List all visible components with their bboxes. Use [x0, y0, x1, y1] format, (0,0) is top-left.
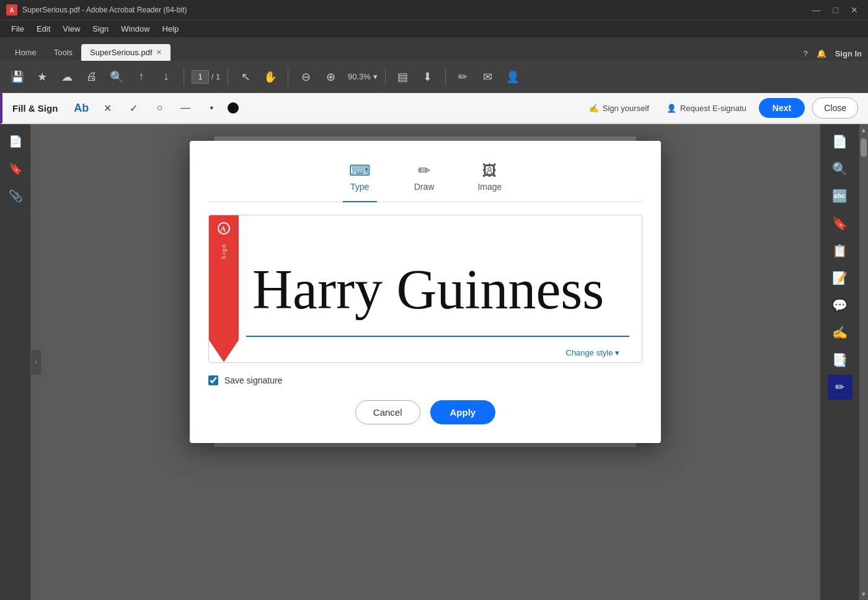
zoom-out-icon[interactable]: ⊖: [296, 67, 316, 87]
prev-page-icon[interactable]: ↓: [156, 67, 176, 87]
fill-sign-label: Fill & Sign: [12, 103, 58, 114]
rp-icon-7[interactable]: 💬: [828, 293, 852, 318]
sign-in-button[interactable]: Sign In: [835, 49, 862, 58]
toolbar-separator-2: [228, 68, 228, 86]
sidebar-collapse-button[interactable]: ‹: [31, 350, 41, 375]
maximize-button[interactable]: □: [830, 4, 842, 16]
cross-tool[interactable]: ✕: [97, 98, 117, 118]
cancel-button[interactable]: Cancel: [355, 400, 420, 424]
minimize-button[interactable]: —: [808, 4, 825, 16]
title-bar: A SuperSerious.pdf - Adobe Acrobat Reade…: [0, 0, 868, 20]
rp-icon-3[interactable]: 🔤: [828, 184, 852, 208]
request-esig-button[interactable]: 👤 Request E-signatu: [662, 101, 751, 115]
toolbar-separator-4: [385, 68, 386, 86]
tab-pdf[interactable]: SuperSerious.pdf ✕: [81, 44, 170, 61]
rp-icon-4[interactable]: 🔖: [828, 211, 852, 236]
window-controls[interactable]: — □ ✕: [808, 4, 862, 16]
close-button[interactable]: Close: [812, 97, 858, 119]
fill-sign-actions: ✍ Sign yourself 👤 Request E-signatu Next…: [584, 97, 858, 119]
upload-icon[interactable]: ☁: [57, 67, 77, 87]
window-title: SuperSerious.pdf - Adobe Acrobat Reader …: [22, 6, 808, 14]
sign-yourself-label: Sign yourself: [603, 104, 649, 113]
save-signature-row: Save signature: [208, 375, 642, 385]
toolbar: 💾 ★ ☁ 🖨 🔍 ↑ ↓ / 1 ↖ ✋ ⊖ ⊕ 90.3% ▾ ▤ ⬇ ✏ …: [0, 61, 868, 93]
acrobat-logo: A: [217, 222, 231, 238]
page-number-input[interactable]: [192, 70, 209, 84]
check-tool[interactable]: ✓: [123, 98, 143, 118]
mail-icon[interactable]: ✉: [478, 67, 498, 87]
signature-handwriting: Harry Guinness: [246, 228, 629, 333]
sidebar-pages-icon[interactable]: 📄: [4, 130, 27, 153]
zoom-value: 90.3%: [348, 72, 371, 81]
right-panel: 📄 🔍 🔤 🔖 📋 📝 💬 ✍ 📑 ✏: [820, 124, 859, 600]
tab-bar: Home Tools SuperSerious.pdf ✕ ? 🔔 Sign I…: [0, 37, 868, 61]
scroll-up-button[interactable]: ▲: [858, 124, 868, 136]
toolbar-separator: [184, 68, 184, 86]
menu-file[interactable]: File: [6, 22, 29, 35]
signature-modal: ⌨ Type ✏ Draw 🖼 Image: [190, 141, 661, 443]
sign-yourself-icon: ✍: [589, 104, 599, 113]
rp-icon-8[interactable]: ✍: [828, 320, 852, 345]
cursor-icon[interactable]: ↖: [236, 67, 255, 87]
next-button[interactable]: Next: [759, 98, 805, 118]
change-style-button[interactable]: Change style ▾: [246, 343, 629, 362]
tab-home[interactable]: Home: [6, 44, 45, 61]
rp-icon-1[interactable]: 📄: [828, 129, 852, 154]
tab-image[interactable]: 🖼 Image: [471, 159, 508, 194]
menu-bar: File Edit View Sign Window Help: [0, 20, 868, 37]
color-circle[interactable]: [228, 102, 239, 114]
sidebar-bookmark-icon[interactable]: 🔖: [4, 158, 27, 180]
menu-window[interactable]: Window: [116, 22, 154, 35]
sidebar-attachment-icon[interactable]: 📎: [4, 185, 27, 207]
line-tool[interactable]: —: [175, 98, 195, 118]
rp-icon-9[interactable]: 📑: [828, 347, 852, 372]
download-icon[interactable]: ⬇: [418, 67, 438, 87]
menu-help[interactable]: Help: [157, 22, 184, 35]
apply-button[interactable]: Apply: [430, 400, 496, 424]
request-esig-label: Request E-signatu: [680, 104, 746, 113]
menu-view[interactable]: View: [58, 22, 85, 35]
document-page: normandie queso. ⌨ Type ✏ Draw: [215, 137, 636, 447]
scroll-thumb[interactable]: [861, 138, 867, 157]
tab-draw[interactable]: ✏ Draw: [408, 159, 441, 194]
signature-red-tab: A Sign: [209, 215, 239, 362]
toolbar-separator-3: [288, 68, 288, 86]
tab-close-icon[interactable]: ✕: [156, 48, 162, 56]
share-icon[interactable]: ↑: [131, 67, 151, 87]
rp-icon-6[interactable]: 📝: [828, 266, 852, 290]
view-mode-icon[interactable]: ▤: [393, 67, 413, 87]
edit-icon[interactable]: ✏: [453, 67, 473, 87]
main-area: 📄 🔖 📎 ‹ normandie queso. ⌨ Type ✏: [0, 124, 868, 600]
help-icon[interactable]: ?: [803, 49, 807, 58]
text-tool[interactable]: Ab: [71, 98, 91, 118]
modal-overlay: ⌨ Type ✏ Draw 🖼 Image: [215, 137, 636, 447]
signature-preview: A Sign Harry Guinness: [208, 215, 642, 363]
image-tab-icon: 🖼: [482, 162, 497, 179]
hand-icon[interactable]: ✋: [260, 67, 280, 87]
draw-tab-label: Draw: [414, 182, 435, 192]
search-icon[interactable]: 🔍: [107, 67, 126, 87]
tab-type[interactable]: ⌨ Type: [343, 159, 377, 202]
scrollbar[interactable]: ▲ ▼: [859, 124, 868, 600]
rp-icon-2[interactable]: 🔍: [828, 156, 852, 181]
circle-tool[interactable]: ○: [149, 98, 169, 118]
dot-tool[interactable]: •: [202, 98, 221, 118]
user-icon[interactable]: 👤: [503, 67, 523, 87]
bell-icon[interactable]: 🔔: [817, 49, 826, 58]
save-signature-checkbox[interactable]: [208, 375, 218, 385]
type-tab-icon: ⌨: [349, 162, 371, 179]
close-button[interactable]: ✕: [847, 4, 862, 16]
page-input-group: / 1: [192, 70, 220, 84]
zoom-dropdown-icon[interactable]: ▾: [373, 72, 378, 81]
print-icon[interactable]: 🖨: [82, 67, 102, 87]
tab-tools[interactable]: Tools: [45, 44, 81, 61]
sign-yourself-button[interactable]: ✍ Sign yourself: [584, 101, 654, 115]
bookmark-icon[interactable]: ★: [32, 67, 52, 87]
menu-edit[interactable]: Edit: [32, 22, 55, 35]
zoom-in-icon[interactable]: ⊕: [321, 67, 340, 87]
rp-icon-5[interactable]: 📋: [828, 238, 852, 263]
rp-icon-10[interactable]: ✏: [828, 375, 852, 400]
menu-sign[interactable]: Sign: [87, 22, 113, 35]
save-icon[interactable]: 💾: [7, 67, 27, 87]
scroll-down-button[interactable]: ▼: [858, 588, 868, 600]
